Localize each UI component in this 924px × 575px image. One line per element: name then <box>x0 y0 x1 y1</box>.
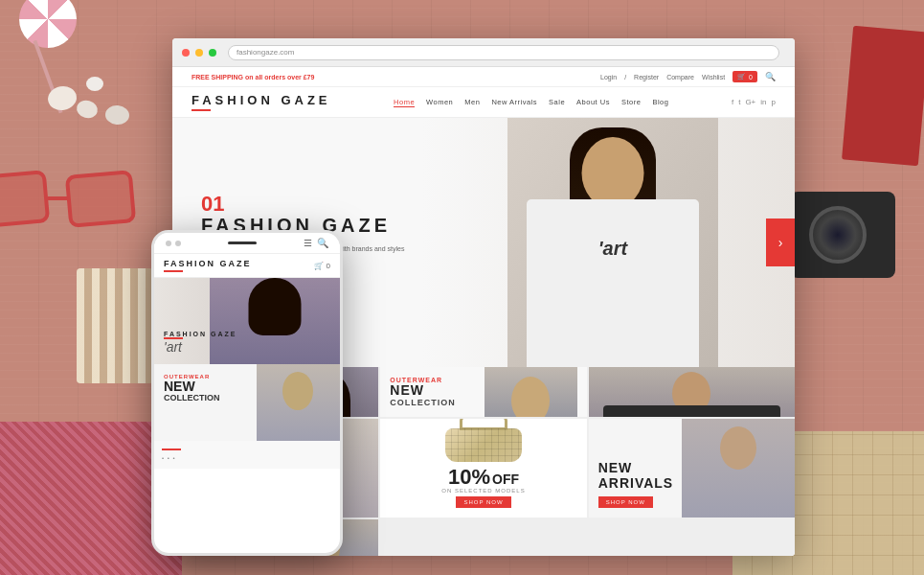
logo-underline <box>192 109 211 111</box>
phone-promo-section: OUTERWEAR NEW COLLECTION <box>154 364 340 441</box>
mobile-phone: ☰ 🔍 FASHION GAZE 🛒 0 FASHION GAZE 'art <box>151 230 343 556</box>
nav-sale[interactable]: Sale <box>549 98 565 106</box>
login-link[interactable]: Login <box>600 74 617 80</box>
announce-bar: FREE SHIPPING on all orders over £79 Log… <box>172 67 795 87</box>
camera-lens <box>809 206 867 264</box>
facebook-icon[interactable]: f <box>732 98 733 106</box>
twitter-icon[interactable]: t <box>738 98 740 106</box>
shop-now-button-bag[interactable]: SHOP NOW <box>456 496 510 508</box>
pebble-3 <box>86 77 103 91</box>
pinterest-icon[interactable]: p <box>772 98 776 106</box>
model-shirt: 'art <box>527 199 699 367</box>
hero-next-arrow[interactable]: › <box>766 218 795 266</box>
search-icon[interactable]: 🔍 <box>765 72 776 81</box>
nav-about-us[interactable]: About Us <box>576 98 610 106</box>
phone-model-hair <box>249 278 302 335</box>
wishlist-link[interactable]: Wishlist <box>702 74 725 80</box>
nav-women[interactable]: Women <box>426 98 453 106</box>
nav-home[interactable]: Home <box>394 98 415 107</box>
site-nav: Home Women Men New Arrivals Sale About U… <box>394 98 668 107</box>
phone-logo-wrap: FASHION GAZE <box>164 259 252 272</box>
sunglasses <box>0 153 153 268</box>
announce-right-links: Login / Register Compare Wishlist 🛒 0 🔍 <box>600 71 776 82</box>
nav-new-arrivals[interactable]: New Arrivals <box>491 98 537 106</box>
hero-number: 01 <box>201 194 412 215</box>
free-shipping-highlight: FREE SHIPPING <box>192 74 243 80</box>
handbag-image <box>445 428 522 462</box>
shop-now-button-new-arrivals[interactable]: SHOP NOW <box>598 496 653 508</box>
sunglasses-lens-left <box>0 170 50 228</box>
phone-logo: FASHION GAZE <box>164 259 252 268</box>
hero-model-image: 'art <box>507 118 718 367</box>
phone-icons: ☰ 🔍 <box>304 238 328 248</box>
phone-hero: FASHION GAZE 'art <box>154 278 340 364</box>
phone-promo-model-bg <box>257 364 340 441</box>
phone-dots <box>166 241 181 246</box>
new-arrivals-title: NEWARRIVALS <box>598 461 785 491</box>
phone-speaker <box>228 242 257 244</box>
browser-close-dot[interactable] <box>182 49 190 57</box>
shirt-text: 'art <box>598 238 627 260</box>
free-shipping-notice: FREE SHIPPING on all orders over £79 <box>192 74 314 80</box>
compare-link[interactable]: Compare <box>666 74 694 80</box>
sunglasses-bridge <box>48 196 67 200</box>
register-link[interactable]: Register <box>634 74 659 80</box>
new-arrivals-label: NEWARRIVALS SHOP NOW <box>598 461 785 508</box>
outerwear-label: OUTERWEAR NEW COLLECTION <box>390 377 576 407</box>
pebble-2 <box>75 98 100 120</box>
phone-menu-icon[interactable]: ☰ <box>304 238 312 248</box>
sunglasses-frame <box>0 163 144 249</box>
sunglasses-lens-right <box>65 170 137 228</box>
phone-promo-model <box>257 364 340 441</box>
phone-hero-text: FASHION GAZE 'art <box>164 331 237 355</box>
bag-pattern <box>445 428 522 462</box>
phone-placeholder-text: • • • <box>162 455 332 461</box>
pebble-4 <box>104 104 130 126</box>
linkedin-icon[interactable]: in <box>760 98 766 106</box>
cart-count: 0 <box>749 74 753 80</box>
browser-minimize-dot[interactable] <box>195 49 203 57</box>
man-bg <box>589 367 795 417</box>
free-shipping-text: on all orders over £79 <box>245 74 314 80</box>
phone-hero-italic: 'art <box>164 339 237 355</box>
browser-maximize-dot[interactable] <box>209 49 216 57</box>
nav-store[interactable]: Store <box>621 98 641 106</box>
phone-dot-1 <box>166 241 171 246</box>
phone-header: FASHION GAZE 🛒 0 <box>154 254 340 278</box>
product-cell-bag[interactable]: 10% OFF ON SELECTED MODELS SHOP NOW <box>380 419 586 518</box>
striped-bag <box>77 268 153 383</box>
phone-top-bar: ☰ 🔍 <box>154 233 340 254</box>
phone-search-icon[interactable]: 🔍 <box>317 238 328 248</box>
phone-promo-head <box>282 372 313 410</box>
discount-display: 10% OFF <box>448 467 519 488</box>
phone-accent-line <box>162 448 181 450</box>
nav-blog[interactable]: Blog <box>652 98 668 106</box>
logo-text: FASHION GAZE <box>192 93 331 107</box>
phone-hero-brand: FASHION GAZE <box>164 331 237 337</box>
discount-percent: 10% <box>448 467 490 488</box>
model-head <box>582 137 644 209</box>
site-header: FASHION GAZE Home Women Men New Arrivals… <box>172 87 795 118</box>
discount-off: OFF <box>492 472 519 487</box>
nav-men[interactable]: Men <box>464 98 480 106</box>
discount-sub-label: ON SELECTED MODELS <box>441 488 525 494</box>
header-social: f t G+ in p <box>732 98 776 106</box>
phone-remaining-content: • • • <box>154 441 340 469</box>
phone-logo-underline <box>164 270 183 272</box>
lollipop-head <box>19 0 77 48</box>
man-jacket <box>603 405 780 417</box>
model-background: 'art <box>507 118 718 367</box>
cart-icon-wrap[interactable]: 🛒 0 <box>732 71 757 82</box>
product-cell-new-arrivals[interactable]: NEWARRIVALS SHOP NOW <box>589 419 795 518</box>
phone-dot-2 <box>175 241 181 246</box>
browser-topbar: fashiongaze.com <box>172 38 795 67</box>
man-model-image <box>589 367 795 417</box>
red-book <box>842 26 924 166</box>
cart-icon: 🛒 <box>737 73 746 80</box>
outerwear-title: NEW <box>390 383 576 398</box>
browser-url-bar[interactable]: fashiongaze.com <box>228 45 779 60</box>
phone-cart[interactable]: 🛒 0 <box>314 262 330 270</box>
product-cell-outerwear[interactable]: OUTERWEAR NEW COLLECTION <box>380 367 586 417</box>
googleplus-icon[interactable]: G+ <box>745 98 755 106</box>
product-cell-man[interactable] <box>589 367 795 417</box>
